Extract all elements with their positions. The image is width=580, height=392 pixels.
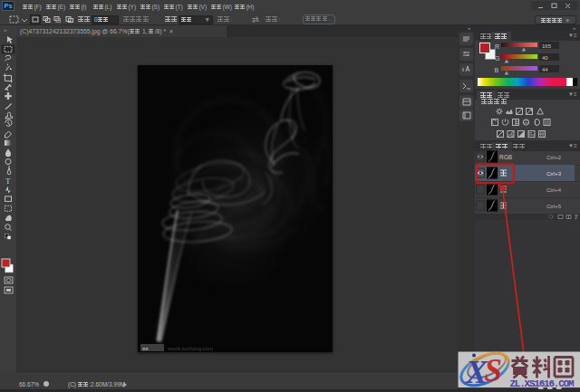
svg-text:ZL.XS1616.COM: ZL.XS1616.COM <box>510 378 575 389</box>
svg-text:S: S <box>485 353 502 388</box>
